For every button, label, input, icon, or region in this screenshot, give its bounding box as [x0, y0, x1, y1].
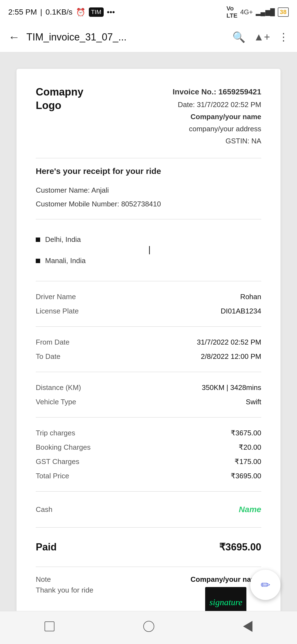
- bottom-navigation: [0, 611, 297, 644]
- time: 2:55 PM: [8, 8, 37, 17]
- network-speed: |: [40, 8, 42, 17]
- app-title: TIM_invoice_31_07_...: [26, 31, 232, 43]
- circle-icon: [143, 621, 154, 632]
- invoice-meta: Invoice No.: 1659259421 Date: 31/7/2022 …: [173, 85, 261, 147]
- driver-info-section: Driver Name Rohan License Plate DI01AB12…: [36, 290, 261, 318]
- gst-charges-label: GST Charges: [36, 454, 79, 469]
- cash-row: Cash Name: [36, 500, 261, 519]
- trip-charges-label: Trip charges: [36, 426, 75, 440]
- route-to-dot: [36, 259, 40, 263]
- paid-label: Paid: [36, 541, 57, 553]
- total-price-value: ₹3695.00: [231, 469, 261, 483]
- route-section: Delhi, India Manali, India: [36, 228, 261, 273]
- gst-charges-value: ₹175.00: [235, 454, 261, 469]
- route-divider: [36, 281, 261, 281]
- to-date-label: To Date: [36, 349, 61, 364]
- battery-icon: 38: [278, 7, 289, 17]
- back-triangle-icon: [243, 621, 252, 632]
- distance-value: 350KM | 3428mins: [202, 380, 261, 395]
- to-date-row: To Date 2/8/2022 12:00 PM: [36, 349, 261, 364]
- network-speed-value: 0.1KB/s: [46, 8, 73, 17]
- route-to: Manali, India: [36, 256, 261, 265]
- search-in-page-icon[interactable]: 🔍: [232, 31, 245, 43]
- cash-divider: [36, 527, 261, 528]
- cash-label: Cash: [36, 505, 53, 514]
- customer-info: Customer Name: Anjali Customer Mobile Nu…: [36, 184, 261, 211]
- edit-icon: ✏: [261, 578, 270, 592]
- volte-icon: VoLTE: [227, 5, 238, 19]
- license-plate-row: License Plate DI01AB1234: [36, 304, 261, 318]
- total-price-label: Total Price: [36, 469, 69, 483]
- more-options-icon[interactable]: ⋮: [278, 31, 289, 43]
- from-date-row: From Date 31/7/2022 02:52 PM: [36, 335, 261, 349]
- trip-charges-row: Trip charges ₹3675.00: [36, 426, 261, 440]
- gst-charges-row: GST Charges ₹175.00: [36, 454, 261, 469]
- company-logo: Comapny Logo: [36, 85, 83, 113]
- signal-icon: 4G+: [240, 8, 253, 16]
- alarm-icon: ⏰: [76, 8, 86, 17]
- note-label: Note: [36, 575, 94, 584]
- gstin: GSTIN: NA: [173, 135, 261, 147]
- recent-apps-button[interactable]: [34, 619, 65, 637]
- total-price-row: Total Price ₹3695.00: [36, 469, 261, 483]
- dates-section: From Date 31/7/2022 02:52 PM To Date 2/8…: [36, 335, 261, 364]
- square-icon: [45, 621, 54, 631]
- back-button[interactable]: ←: [8, 31, 20, 44]
- invoice-header: Comapny Logo Invoice No.: 1659259421 Dat…: [36, 85, 261, 147]
- signal-bars: ▂▄▆█: [256, 8, 275, 16]
- signature-text: signature: [210, 597, 243, 607]
- drive-upload-icon[interactable]: ▲+: [254, 31, 270, 43]
- route-line: [149, 246, 150, 254]
- more-icon: •••: [107, 8, 115, 17]
- to-date-value: 2/8/2022 12:00 PM: [201, 349, 261, 364]
- driver-name-row: Driver Name Rohan: [36, 290, 261, 304]
- status-bar: 2:55 PM | 0.1KB/s ⏰ TIM ••• VoLTE 4G+ ▂▄…: [0, 0, 297, 22]
- header-divider: [36, 158, 261, 158]
- distance-label: Distance (KM): [36, 380, 81, 395]
- invoice-date: Date: 31/7/2022 02:52 PM: [173, 99, 261, 111]
- company-address: company/your address: [173, 123, 261, 135]
- app-bar-actions: 🔍 ▲+ ⋮: [232, 31, 289, 43]
- dates-divider: [36, 372, 261, 372]
- home-button[interactable]: [132, 618, 165, 637]
- distance-section: Distance (KM) 350KM | 3428mins Vehicle T…: [36, 380, 261, 409]
- booking-charges-value: ₹20.00: [239, 440, 261, 454]
- customer-mobile: Customer Mobile Number: 8052738410: [36, 197, 261, 211]
- customer-name: Customer Name: Anjali: [36, 184, 261, 197]
- distance-row: Distance (KM) 350KM | 3428mins: [36, 380, 261, 395]
- footer-left: Note Thank you for ride: [36, 575, 94, 594]
- invoice-card: Comapny Logo Invoice No.: 1659259421 Dat…: [16, 69, 280, 644]
- app-icon: TIM: [89, 7, 104, 17]
- from-date-label: From Date: [36, 335, 70, 349]
- app-bar: ← TIM_invoice_31_07_... 🔍 ▲+ ⋮: [0, 22, 297, 52]
- status-icons: VoLTE 4G+ ▂▄▆█ 38: [227, 5, 289, 19]
- vehicle-type-value: Swift: [246, 395, 261, 409]
- charges-divider: [36, 491, 261, 492]
- note-value: Thank you for ride: [36, 586, 94, 594]
- receipt-title: Here's your receipt for your ride: [36, 167, 261, 176]
- route-from-dot: [36, 238, 40, 242]
- vehicle-type-row: Vehicle Type Swift: [36, 395, 261, 409]
- license-plate-value: DI01AB1234: [221, 304, 261, 318]
- trip-charges-value: ₹3675.00: [231, 426, 261, 440]
- booking-charges-row: Booking Charges ₹20.00: [36, 440, 261, 454]
- paid-divider: [36, 567, 261, 567]
- content-area: Comapny Logo Invoice No.: 1659259421 Dat…: [0, 52, 297, 644]
- driver-divider: [36, 326, 261, 327]
- from-date-value: 31/7/2022 02:52 PM: [197, 335, 261, 349]
- paid-amount: ₹3695.00: [219, 541, 261, 553]
- vehicle-divider: [36, 417, 261, 417]
- vehicle-type-label: Vehicle Type: [36, 395, 76, 409]
- cash-name: Name: [239, 505, 261, 514]
- invoice-number: Invoice No.: 1659259421: [173, 85, 261, 99]
- company-name: Company/your name: [173, 111, 261, 123]
- driver-name-value: Rohan: [240, 290, 261, 304]
- route-from: Delhi, India: [36, 235, 261, 244]
- status-left: 2:55 PM | 0.1KB/s ⏰ TIM •••: [8, 7, 115, 17]
- driver-name-label: Driver Name: [36, 290, 76, 304]
- license-plate-label: License Plate: [36, 304, 79, 318]
- edit-fab[interactable]: ✏: [250, 570, 280, 600]
- paid-row: Paid ₹3695.00: [36, 536, 261, 558]
- customer-divider: [36, 219, 261, 219]
- back-button-nav[interactable]: [232, 618, 263, 637]
